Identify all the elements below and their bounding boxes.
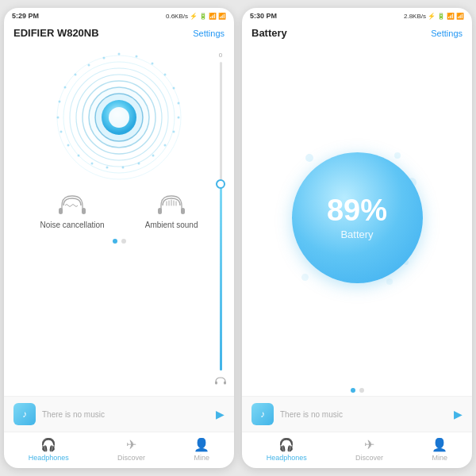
bottom-nav-2: 🎧 Headphones ✈ Discover 👤 Mine bbox=[242, 432, 472, 468]
svg-point-3 bbox=[136, 56, 138, 58]
nc-label: Noise cancellation bbox=[40, 221, 105, 229]
mode-buttons: Noise cancellation Ambient sound bbox=[4, 185, 234, 236]
vol-thumb[interactable] bbox=[216, 179, 225, 189]
dot-2-inactive bbox=[359, 388, 364, 393]
dot-1-active bbox=[113, 239, 117, 244]
dot-2-active bbox=[351, 388, 355, 393]
vol-headphone-icon bbox=[215, 374, 226, 388]
nav-discover-label-2: Discover bbox=[355, 454, 383, 462]
svg-point-8 bbox=[178, 117, 180, 119]
svg-point-33 bbox=[109, 107, 129, 128]
visualizer bbox=[52, 50, 186, 185]
noise-cancellation-btn[interactable]: Noise cancellation bbox=[40, 194, 105, 229]
speed-indicator-2: 2.8KB/s bbox=[404, 13, 426, 20]
battery-icon-1: 🔋 bbox=[199, 13, 207, 20]
music-bar-1: ♪ There is no music ▶ bbox=[4, 396, 234, 432]
battery-text-label: Battery bbox=[340, 228, 373, 240]
main-area-2: 89% Battery bbox=[242, 44, 472, 396]
svg-rect-37 bbox=[181, 208, 185, 214]
wifi-icon-1: 📶 bbox=[218, 13, 226, 20]
svg-rect-35 bbox=[82, 208, 86, 214]
nav-headphones-1[interactable]: 🎧 Headphones bbox=[29, 437, 69, 462]
bottom-nav-1: 🎧 Headphones ✈ Discover 👤 Mine bbox=[4, 432, 234, 468]
vol-track[interactable] bbox=[220, 62, 222, 370]
nav-mine-1[interactable]: 👤 Mine bbox=[194, 437, 209, 462]
nav-discover-label-1: Discover bbox=[117, 454, 145, 462]
settings-btn-2[interactable]: Settings bbox=[431, 29, 463, 38]
headphones-nav-icon-1: 🎧 bbox=[40, 437, 56, 452]
signal-icon-2: 📶 bbox=[447, 13, 455, 20]
no-music-text-2: There is no music bbox=[280, 410, 454, 419]
nav-discover-2[interactable]: ✈ Discover bbox=[355, 437, 383, 462]
nav-discover-1[interactable]: ✈ Discover bbox=[117, 437, 145, 462]
speed-indicator-1: 0.6KB/s bbox=[166, 13, 188, 20]
svg-rect-34 bbox=[59, 208, 63, 214]
float-dot-3 bbox=[394, 152, 401, 159]
float-dot-5 bbox=[301, 274, 309, 281]
battery-percent: 89% bbox=[327, 195, 387, 225]
mine-nav-icon-2: 👤 bbox=[432, 437, 447, 452]
settings-btn-1[interactable]: Settings bbox=[193, 29, 225, 38]
svg-point-2 bbox=[118, 53, 121, 56]
svg-point-14 bbox=[106, 167, 109, 169]
bluetooth-icon: ⚡ bbox=[190, 13, 198, 20]
header-1: EDIFIER W820NB Settings bbox=[4, 24, 234, 44]
bluetooth-icon-2: ⚡ bbox=[428, 13, 436, 20]
noise-cancel-icon bbox=[57, 194, 87, 217]
svg-point-15 bbox=[91, 163, 94, 165]
svg-point-18 bbox=[60, 131, 63, 133]
time-2: 5:30 PM bbox=[250, 12, 277, 20]
signal-icon-1: 📶 bbox=[209, 13, 217, 20]
nav-headphones-label-1: Headphones bbox=[29, 454, 69, 462]
play-btn-1[interactable]: ▶ bbox=[216, 408, 225, 420]
page-dots-1 bbox=[113, 239, 126, 244]
ambient-icon-wrapper bbox=[156, 194, 186, 217]
svg-point-11 bbox=[152, 155, 155, 157]
nav-mine-2[interactable]: 👤 Mine bbox=[432, 437, 447, 462]
vol-fill bbox=[220, 186, 222, 370]
header-2: Battery Settings bbox=[242, 24, 472, 44]
float-dot-1 bbox=[305, 154, 313, 162]
svg-rect-1 bbox=[224, 382, 226, 385]
screens-container: 5:29 PM 0.6KB/s ⚡ 🔋 📶 📶 EDIFIER W820NB S… bbox=[4, 8, 472, 468]
vol-max-label: 0 bbox=[219, 52, 222, 59]
nav-headphones-label-2: Headphones bbox=[267, 454, 307, 462]
nav-mine-label-1: Mine bbox=[194, 454, 210, 462]
music-note-icon-2: ♪ bbox=[251, 403, 274, 425]
ambient-label: Ambient sound bbox=[145, 221, 198, 229]
svg-rect-0 bbox=[215, 382, 217, 385]
dot-ring-svg bbox=[52, 50, 186, 185]
nav-mine-label-2: Mine bbox=[432, 454, 448, 462]
dot-1-inactive bbox=[121, 239, 126, 244]
no-music-text-1: There is no music bbox=[42, 410, 216, 419]
status-bar-2: 5:30 PM 2.8KB/s ⚡ 🔋 📶 📶 bbox=[242, 8, 472, 24]
nc-icon-wrapper bbox=[57, 194, 87, 217]
battery-visual-area: 89% Battery bbox=[290, 138, 424, 297]
wifi-icon-2: 📶 bbox=[456, 13, 464, 20]
ambient-sound-btn[interactable]: Ambient sound bbox=[145, 194, 198, 229]
discover-nav-icon-1: ✈ bbox=[126, 437, 136, 452]
discover-nav-icon-2: ✈ bbox=[364, 437, 374, 452]
svg-rect-36 bbox=[158, 208, 162, 214]
float-dot-7 bbox=[386, 278, 393, 285]
music-note-icon-1: ♪ bbox=[13, 403, 36, 425]
main-area-1: 0 bbox=[4, 44, 234, 396]
ambient-sound-icon bbox=[156, 194, 186, 217]
music-bar-2: ♪ There is no music ▶ bbox=[242, 396, 472, 432]
battery-inner: 89% Battery bbox=[327, 195, 387, 240]
battery-circle: 89% Battery bbox=[292, 152, 423, 283]
screen2: 5:30 PM 2.8KB/s ⚡ 🔋 📶 📶 Battery Settings bbox=[242, 8, 472, 468]
mine-nav-icon-1: 👤 bbox=[194, 437, 209, 452]
battery-container: 89% Battery bbox=[290, 50, 424, 385]
svg-point-17 bbox=[67, 144, 70, 147]
status-icons-2: 2.8KB/s ⚡ 🔋 📶 📶 bbox=[404, 13, 464, 20]
status-bar-1: 5:29 PM 0.6KB/s ⚡ 🔋 📶 📶 bbox=[4, 8, 234, 24]
volume-slider[interactable]: 0 bbox=[213, 52, 228, 388]
status-icons-1: 0.6KB/s ⚡ 🔋 📶 📶 bbox=[166, 13, 226, 20]
headphones-nav-icon-2: 🎧 bbox=[278, 437, 294, 452]
nav-headphones-2[interactable]: 🎧 Headphones bbox=[267, 437, 307, 462]
header-title-2: Battery bbox=[251, 27, 287, 39]
play-btn-2[interactable]: ▶ bbox=[454, 408, 463, 420]
page-dots-2 bbox=[351, 388, 364, 393]
svg-point-10 bbox=[164, 144, 167, 147]
